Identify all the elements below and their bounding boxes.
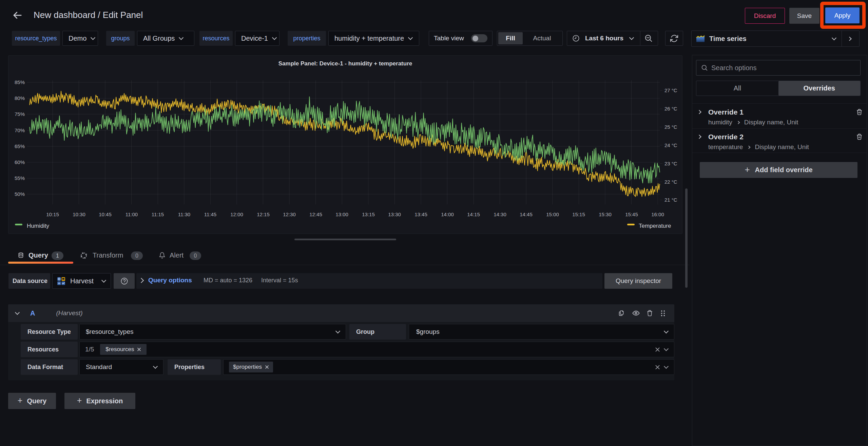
- svg-text:14:45: 14:45: [520, 211, 533, 217]
- svg-text:15:30: 15:30: [599, 211, 612, 217]
- svg-text:23 °C: 23 °C: [664, 161, 677, 166]
- svg-text:24 °C: 24 °C: [664, 142, 677, 148]
- svg-text:13:45: 13:45: [414, 211, 427, 217]
- svg-text:10:45: 10:45: [99, 211, 112, 217]
- svg-text:11:30: 11:30: [178, 211, 190, 217]
- svg-text:13:15: 13:15: [362, 211, 375, 217]
- svg-text:25 °C: 25 °C: [664, 124, 677, 130]
- svg-text:Humidity: Humidity: [27, 223, 50, 229]
- svg-text:15:00: 15:00: [546, 211, 559, 217]
- svg-text:50%: 50%: [15, 191, 25, 197]
- svg-text:13:00: 13:00: [335, 211, 348, 217]
- svg-text:80%: 80%: [15, 95, 25, 101]
- svg-text:60%: 60%: [15, 159, 25, 165]
- svg-text:65%: 65%: [15, 143, 25, 149]
- svg-text:75%: 75%: [15, 111, 25, 117]
- svg-text:11:15: 11:15: [152, 211, 164, 217]
- svg-text:27 °C: 27 °C: [664, 87, 677, 93]
- svg-text:12:00: 12:00: [230, 211, 243, 217]
- svg-text:70%: 70%: [15, 127, 25, 133]
- svg-text:26 °C: 26 °C: [664, 106, 677, 112]
- svg-text:55%: 55%: [15, 175, 25, 181]
- svg-text:12:15: 12:15: [257, 211, 270, 217]
- svg-text:14:15: 14:15: [467, 211, 480, 217]
- svg-text:22 °C: 22 °C: [664, 179, 677, 185]
- svg-text:15:45: 15:45: [625, 211, 638, 217]
- svg-text:85%: 85%: [15, 79, 25, 85]
- svg-text:21 °C: 21 °C: [664, 197, 677, 203]
- svg-text:15:15: 15:15: [572, 211, 585, 217]
- svg-text:10:15: 10:15: [46, 211, 59, 217]
- svg-text:11:45: 11:45: [204, 211, 216, 217]
- svg-text:Temperature: Temperature: [639, 223, 671, 229]
- svg-text:13:30: 13:30: [388, 211, 401, 217]
- svg-text:14:30: 14:30: [494, 211, 506, 217]
- svg-text:11:00: 11:00: [126, 211, 138, 217]
- svg-text:12:45: 12:45: [309, 211, 322, 217]
- svg-text:16:00: 16:00: [651, 211, 664, 217]
- svg-text:10:30: 10:30: [73, 211, 85, 217]
- svg-text:12:30: 12:30: [283, 211, 296, 217]
- svg-text:14:00: 14:00: [441, 211, 454, 217]
